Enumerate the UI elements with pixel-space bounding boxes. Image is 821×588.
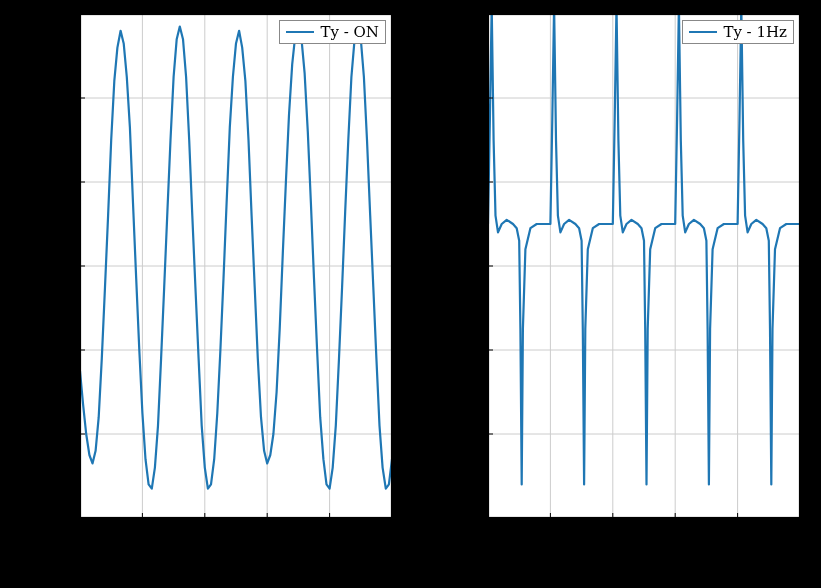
xlabel-left: Time (s): [205, 552, 280, 573]
xtick-left-4: 4: [324, 524, 334, 542]
xtick-right-5: 5: [795, 524, 805, 542]
xtick-left-0: 0: [75, 524, 85, 542]
xlabel-right: Time (s): [613, 552, 688, 573]
legend-label-left: Ty - ON: [320, 23, 379, 41]
legend-right: Ty - 1Hz: [682, 20, 794, 44]
ytick-right-6: 60: [463, 4, 482, 22]
legend-swatch-left: [286, 31, 314, 33]
ytick-left-4: 20: [55, 172, 74, 190]
ytick-right-1: -40: [458, 424, 482, 442]
xtick-left-5: 5: [387, 524, 397, 542]
ytick-right-5: 40: [463, 88, 482, 106]
legend-left: Ty - ON: [279, 20, 386, 44]
xtick-right-1: 1: [545, 524, 555, 542]
left-chart-svg: [80, 14, 392, 518]
xtick-right-0: 0: [483, 524, 493, 542]
left-chart: Ty - ON: [80, 14, 392, 518]
ytick-left-2: -20: [50, 340, 74, 358]
xtick-right-2: 2: [608, 524, 618, 542]
ytick-left-1: -40: [50, 424, 74, 442]
ytick-left-0: -60: [50, 508, 74, 526]
xtick-left-3: 3: [262, 524, 272, 542]
ytick-right-2: -20: [458, 340, 482, 358]
ytick-right-3: 0: [472, 256, 482, 274]
ytick-right-0: -60: [458, 508, 482, 526]
legend-swatch-right: [689, 31, 717, 33]
legend-label-right: Ty - 1Hz: [723, 23, 787, 41]
xtick-left-2: 2: [200, 524, 210, 542]
ytick-right-4: 20: [463, 172, 482, 190]
right-chart: Ty - 1Hz: [488, 14, 800, 518]
ytick-left-6: 60: [55, 4, 74, 22]
xtick-left-1: 1: [137, 524, 147, 542]
ytick-left-5: 40: [55, 88, 74, 106]
right-chart-svg: [488, 14, 800, 518]
ytick-left-3: 0: [64, 256, 74, 274]
ylabel-right: Torque (mNm): [432, 197, 453, 330]
xtick-right-4: 4: [732, 524, 742, 542]
ylabel-left: Torque (mNm): [24, 197, 45, 330]
xtick-right-3: 3: [670, 524, 680, 542]
